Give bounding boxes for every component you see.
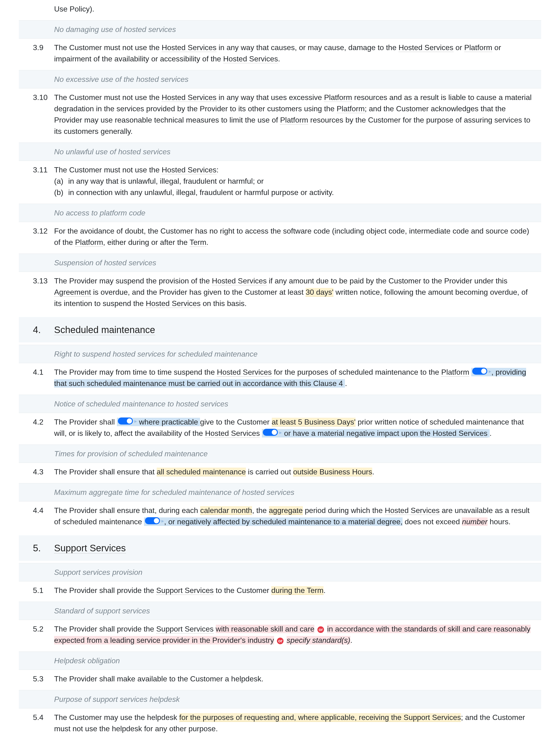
term-platform[interactable]: Platform [280, 116, 308, 124]
term-hosted-services[interactable]: Hosted Services [212, 277, 267, 285]
clause-body: For the avoidance of doubt, the Customer… [54, 225, 541, 248]
caption-text: Maximum aggregate time for scheduled mai… [54, 487, 541, 498]
term-platform[interactable]: Platform [464, 43, 492, 52]
text: The Provider shall ensure that, during e… [54, 506, 200, 514]
term-support-services[interactable]: Support Services [156, 586, 214, 595]
caption-text: No excessive use of the hosted services [54, 73, 541, 85]
placeholder-standards[interactable]: specify standard(s) [287, 636, 350, 644]
chevron-right-icon[interactable]: ▸ [279, 429, 282, 436]
text: The Provider shall ensure that [54, 468, 157, 476]
section-number: 4. [19, 323, 54, 337]
placeholder-number[interactable]: number [462, 518, 487, 526]
text: The Customer must not use the [54, 166, 162, 174]
clause-number: 3.11 [19, 164, 54, 175]
clause-number: 3.13 [19, 275, 54, 286]
text: or [453, 43, 464, 52]
term-hosted-services[interactable]: Hosted Services [162, 43, 217, 52]
text: . [278, 54, 280, 63]
subclause-b: (b) in connection with any unlawful, ill… [54, 187, 532, 198]
clause-4-2: 4.2 The Provider shall ▸ where practicab… [19, 413, 541, 442]
editable-business-days[interactable]: at least 5 Business Days' [272, 418, 356, 426]
caption-helpdesk-purpose: Purpose of support services helpdesk [19, 690, 541, 708]
section-title-wrap: Support Services [54, 541, 541, 555]
alt-option-1[interactable]: with reasonable skill and care [216, 625, 315, 633]
editable-all-maintenance[interactable]: all scheduled maintenance [157, 468, 246, 476]
clause-body: The Provider shall ensure that all sched… [54, 466, 541, 477]
optional-text: , or negatively affected by scheduled ma… [164, 518, 402, 526]
caption-text: Times for provision of scheduled mainten… [54, 448, 541, 459]
or-badge-icon[interactable]: or [317, 626, 324, 633]
text: . [345, 379, 347, 388]
editable-aggregate[interactable]: aggregate [269, 506, 303, 515]
toggle-wrap: ▸ [117, 417, 137, 425]
text: The Customer must not use the [54, 93, 162, 102]
text: to the Customer [214, 586, 271, 595]
text: , the [252, 506, 269, 514]
text: The Provider may from time to time suspe… [54, 368, 217, 376]
term-term[interactable]: Term [190, 238, 206, 247]
clause-number: 5.4 [19, 712, 54, 723]
text: . [323, 586, 326, 595]
term-platform[interactable]: Platform [75, 238, 103, 247]
optional-negatively-affected: ▸, or negatively affected by scheduled m… [144, 518, 402, 526]
editable-during-term[interactable]: during the Term [271, 586, 323, 595]
term-platform[interactable]: Platform [337, 105, 365, 113]
clause-number: 5.3 [19, 673, 54, 685]
clause-number: 5.1 [19, 585, 54, 596]
chevron-right-icon[interactable]: ▸ [134, 417, 137, 425]
caption-right-to-suspend: Right to suspend hosted services for sch… [19, 345, 541, 363]
editable-calendar-month[interactable]: calendar month [200, 506, 252, 515]
caption-text: Purpose of support services helpdesk [54, 694, 541, 705]
section-title[interactable]: Support Services [54, 543, 126, 554]
term-hosted-services[interactable]: Hosted Services [162, 166, 217, 174]
caption-text: Helpdesk obligation [54, 655, 541, 666]
toggle-icon[interactable] [472, 367, 487, 375]
section-number: 5. [19, 541, 54, 555]
clause-3-11: 3.11 The Customer must not use the Hoste… [19, 161, 541, 201]
editable-days[interactable]: 30 days' [306, 288, 333, 297]
chevron-right-icon[interactable]: ▸ [489, 367, 491, 375]
text: period during which the [303, 506, 385, 514]
intro-fragment-row: Use Policy). [19, 0, 541, 18]
editable-helpdesk-purpose[interactable]: for the purposes of requesting and, wher… [179, 713, 461, 722]
term-hosted-services[interactable]: Hosted Services [162, 93, 217, 102]
clause-number: 3.12 [19, 225, 54, 237]
subclause-a: (a) in any way that is unlawful, illegal… [54, 175, 532, 187]
toggle-icon[interactable] [118, 418, 133, 425]
term-support-services[interactable]: Support Services [156, 625, 214, 633]
section-title-wrap: Scheduled maintenance [54, 323, 541, 337]
text: . [372, 468, 374, 476]
clause-body: The Provider shall provide the Support S… [54, 623, 541, 646]
optional-text: or have a material negative impact upon … [284, 429, 432, 437]
term-hosted-services[interactable]: Hosted Services [223, 54, 278, 63]
term-hosted-services[interactable]: Hosted Services [433, 429, 487, 438]
clause-5-4: 5.4 The Customer may use the helpdesk fo… [19, 708, 541, 738]
editable-business-hours[interactable]: outside Business Hours [293, 468, 372, 476]
term-agreement[interactable]: Agreement [54, 288, 91, 297]
toggle-icon[interactable] [145, 517, 160, 524]
chevron-right-icon[interactable]: ▸ [161, 517, 164, 525]
term-hosted-services[interactable]: Hosted Services [205, 429, 260, 438]
or-badge-icon[interactable]: or [277, 638, 284, 644]
caption-max-aggregate: Maximum aggregate time for scheduled mai… [19, 483, 541, 501]
clause-number: 4.1 [19, 366, 54, 378]
toggle-wrap: ▸ [262, 429, 282, 436]
term-hosted-services[interactable]: Hosted Services [217, 368, 272, 377]
caption-text: Right to suspend hosted services for sch… [54, 348, 541, 359]
section-title[interactable]: Scheduled maintenance [54, 325, 155, 335]
term-hosted-services[interactable]: Hosted Services [146, 299, 201, 308]
clause-number: 4.2 [19, 416, 54, 428]
caption-no-damaging-use: No damaging use of hosted services [19, 20, 541, 38]
term-hosted-services[interactable]: Hosted Services [399, 43, 453, 52]
text: , either during or after the [103, 238, 190, 247]
sub-text: in connection with any unlawful, illegal… [68, 187, 334, 198]
text: in any way that uses excessive [217, 93, 324, 102]
clause-4-1: 4.1 The Provider may from time to time s… [19, 363, 541, 392]
toggle-icon[interactable] [263, 429, 278, 436]
clause-number: 3.9 [19, 42, 54, 53]
term-hosted-services[interactable]: Hosted Services [385, 506, 439, 515]
text: . [206, 238, 208, 247]
term-platform[interactable]: Platform [324, 93, 352, 102]
text: The Provider shall provide the [54, 625, 156, 633]
term-platform[interactable]: Platform [441, 368, 469, 377]
